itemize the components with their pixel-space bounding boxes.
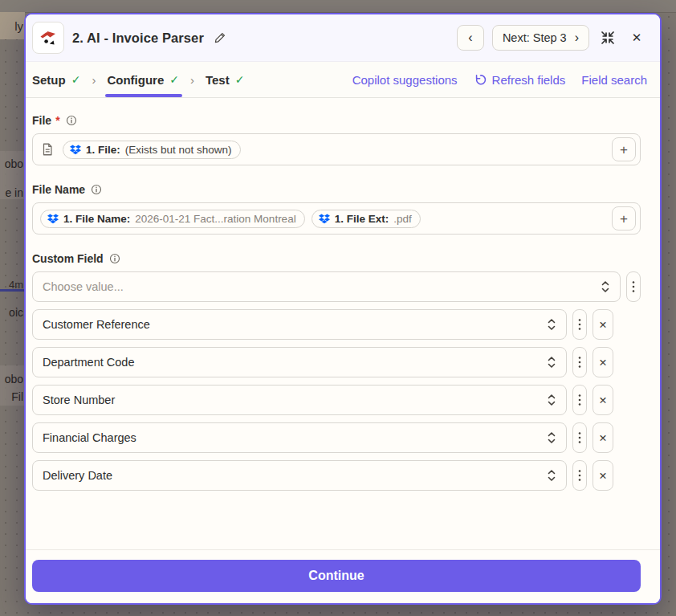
app-logo <box>32 22 64 54</box>
mapped-field-token[interactable]: 1. File Name: 2026-01-21 Fact...ration M… <box>40 210 305 228</box>
previous-step-button[interactable]: ‹ <box>457 25 484 51</box>
kebab-icon <box>632 279 635 295</box>
file-input[interactable]: 1. File: (Exists but not shown) + <box>32 133 641 165</box>
dropbox-icon <box>47 214 59 224</box>
file-name-input[interactable]: 1. File Name: 2026-01-21 Fact...ration M… <box>32 202 641 235</box>
select-stepper-icon <box>547 392 556 408</box>
info-icon[interactable] <box>109 253 120 264</box>
remove-row-button[interactable]: ✕ <box>593 385 613 415</box>
tab-configure[interactable]: Configure ✓ <box>107 62 179 97</box>
dropbox-icon <box>319 214 330 224</box>
check-icon: ✓ <box>169 73 179 86</box>
kebab-icon <box>578 354 581 370</box>
clipped-canvas-text: Fil <box>0 390 23 403</box>
pencil-icon <box>214 31 226 44</box>
token-prefix: 1. File: <box>86 144 120 156</box>
field-label: Custom Field <box>32 252 104 265</box>
row-menu-button[interactable] <box>572 309 587 340</box>
mapped-field-token[interactable]: 1. File: (Exists but not shown) <box>63 141 241 159</box>
select-value: Delivery Date <box>43 469 112 482</box>
select-stepper-icon <box>547 430 556 446</box>
field-actions: Copilot suggestions Refresh fields Field… <box>352 62 647 97</box>
custom-field-value-row: Delivery Date ✕ <box>32 460 613 491</box>
clipped-canvas-text: obo <box>0 373 23 386</box>
row-menu-button[interactable] <box>572 460 587 491</box>
copilot-suggestions-link[interactable]: Copilot suggestions <box>352 73 458 87</box>
custom-field-select[interactable]: Financial Charges <box>32 422 567 453</box>
row-menu-button[interactable] <box>572 347 587 377</box>
tab-test[interactable]: Test ✓ <box>206 62 244 97</box>
clipped-canvas-text: obo <box>0 157 23 170</box>
custom-field-select[interactable]: Customer Reference <box>32 309 567 340</box>
custom-field-value-row: Customer Reference ✕ <box>32 309 613 340</box>
modal-header: 2. AI - Invoice Parser ‹ Next: Step 3 › <box>26 14 660 62</box>
document-icon <box>40 142 55 157</box>
file-name-field-group: File Name <box>32 183 641 235</box>
check-icon: ✓ <box>235 73 245 86</box>
kebab-icon <box>578 392 581 408</box>
remove-row-button[interactable]: ✕ <box>593 347 613 377</box>
file-field-label-row: File * <box>32 114 641 127</box>
file-field-group: File * <box>32 114 641 165</box>
field-search-link[interactable]: Field search <box>581 73 647 87</box>
remove-row-button[interactable]: ✕ <box>593 309 613 340</box>
add-mapping-button[interactable]: + <box>612 137 636 161</box>
field-label: File <box>32 114 51 127</box>
refresh-fields-label: Refresh fields <box>492 73 566 87</box>
collapse-modal-button[interactable] <box>597 27 618 48</box>
select-value: Customer Reference <box>43 318 150 331</box>
next-step-label: Next: Step 3 <box>503 31 567 44</box>
token-value: 2026-01-21 Fact...ration Montreal <box>135 213 295 225</box>
chevron-left-icon: ‹ <box>468 31 472 44</box>
tab-separator-icon: › <box>190 62 194 97</box>
tab-setup[interactable]: Setup ✓ <box>32 62 80 97</box>
custom-field-select[interactable]: Choose value... <box>32 271 621 302</box>
header-actions: ‹ Next: Step 3 › ✕ <box>457 25 647 51</box>
clipped-canvas-text: oic <box>0 306 23 319</box>
kebab-icon <box>578 316 581 332</box>
select-placeholder: Choose value... <box>43 280 124 293</box>
custom-field-select[interactable]: Department Code <box>32 347 567 377</box>
remove-row-button[interactable]: ✕ <box>593 422 613 453</box>
select-stepper-icon <box>547 467 556 483</box>
tab-label: Test <box>206 73 230 87</box>
next-step-button[interactable]: Next: Step 3 › <box>492 25 589 51</box>
custom-field-label-row: Custom Field <box>32 252 641 265</box>
custom-field-select[interactable]: Store Number <box>32 385 567 415</box>
row-menu-button[interactable] <box>626 271 641 302</box>
custom-field-select[interactable]: Delivery Date <box>32 460 567 491</box>
close-modal-button[interactable]: ✕ <box>626 27 647 48</box>
add-mapping-button[interactable]: + <box>612 206 636 230</box>
continue-button[interactable]: Continue <box>32 560 641 592</box>
step-tabbar: Setup ✓ › Configure ✓ › Test ✓ Copilot s… <box>26 62 660 98</box>
select-value: Store Number <box>43 394 115 406</box>
field-label: File Name <box>32 183 85 196</box>
chevron-right-icon: › <box>575 31 579 44</box>
collapse-icon <box>600 30 616 46</box>
token-prefix: 1. File Ext: <box>335 213 389 225</box>
select-value: Financial Charges <box>43 431 136 444</box>
rename-step-button[interactable] <box>214 31 226 44</box>
select-stepper-icon <box>601 279 610 295</box>
refresh-icon <box>474 73 487 87</box>
clipped-canvas-text: ly <box>0 19 23 33</box>
refresh-fields-link[interactable]: Refresh fields <box>474 73 566 87</box>
info-icon[interactable] <box>91 184 102 195</box>
kebab-icon <box>578 467 581 483</box>
invoice-parser-logo-icon <box>39 28 58 47</box>
custom-field-group: Custom Field Choose value... <box>32 252 641 491</box>
select-stepper-icon <box>547 316 556 332</box>
required-marker: * <box>55 114 59 127</box>
mapped-field-token[interactable]: 1. File Ext: .pdf <box>312 210 421 228</box>
custom-field-value-rows: Customer Reference ✕ <box>32 309 641 491</box>
configure-form: File * <box>26 98 660 549</box>
step-tabs: Setup ✓ › Configure ✓ › Test ✓ <box>32 62 244 97</box>
close-icon: ✕ <box>632 31 642 45</box>
modal-footer: Continue <box>26 549 660 603</box>
clipped-canvas-text: 4m <box>0 279 23 291</box>
tab-label: Setup <box>32 73 66 87</box>
row-menu-button[interactable] <box>572 385 587 415</box>
row-menu-button[interactable] <box>572 422 587 453</box>
remove-row-button[interactable]: ✕ <box>593 460 613 491</box>
info-icon[interactable] <box>66 115 77 126</box>
